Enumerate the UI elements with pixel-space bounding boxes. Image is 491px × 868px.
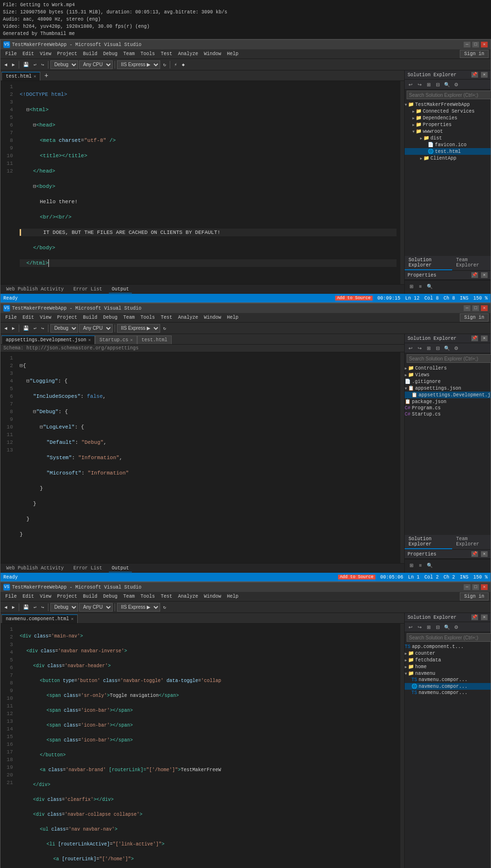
tab-startup-2[interactable]: Startup.cs ✕ [95, 336, 137, 344]
panel-tab-solution-2[interactable]: Solution Explorer [405, 535, 452, 549]
code-content-1[interactable]: <!DOCTYPE html> ⊟<html> ⊟<head> <meta ch… [16, 81, 400, 284]
solution-search-3[interactable] [407, 633, 491, 642]
tab-testhtml-2[interactable]: test.html [137, 336, 172, 344]
tree-item[interactable]: ▼📁 TestMakerFreeWebApp [405, 101, 491, 108]
toolbar-back-3[interactable]: ◀ [2, 603, 9, 611]
props-close-2[interactable]: ✕ [481, 551, 488, 557]
menu-file-1[interactable]: File [2, 50, 20, 58]
menu-team-1[interactable]: Team [120, 50, 138, 58]
toolbar-save-1[interactable]: 💾 [21, 61, 31, 69]
tree-item[interactable]: 📋 package.json [405, 398, 491, 405]
bottom-tab-output-1[interactable]: Output [109, 286, 132, 293]
sol-btn-1[interactable]: ↩ [407, 81, 414, 88]
props-btn-2-3[interactable]: 🔍 [426, 561, 433, 569]
sol-btn-3[interactable]: ⊞ [425, 81, 433, 88]
tree-item[interactable]: ▶📁 home [405, 663, 491, 670]
props-pin-2[interactable]: 📌 [471, 551, 478, 557]
menu-edit-1[interactable]: Edit [20, 50, 37, 58]
tree-item[interactable]: C# Program.cs [405, 405, 491, 411]
code-content-3[interactable]: <div class='main-nav'> <div class='navba… [16, 624, 400, 868]
menu-build-2[interactable]: Build [80, 314, 100, 321]
props-btn-2-1[interactable]: ⊞ [408, 561, 415, 569]
menu-edit-2[interactable]: Edit [20, 314, 37, 321]
sol-btn-3-2[interactable]: ↪ [416, 623, 423, 631]
tree-item-navmenu-html[interactable]: 🌐 navmenu.compor... [405, 683, 491, 690]
menu-tools-1[interactable]: Tools [138, 50, 158, 58]
tree-item[interactable]: ▼📁 wwwroot [405, 128, 491, 135]
code-content-2[interactable]: ⊟{ ⊟"Logging": { "IncludeScopes": false,… [16, 352, 400, 563]
minimize-btn-1[interactable]: ─ [464, 42, 470, 47]
cpu-dropdown-1[interactable]: Any CPU [79, 60, 113, 69]
tree-item[interactable]: ▶📁 Views [405, 371, 491, 378]
toolbar-refresh-3[interactable]: ↻ [161, 603, 168, 611]
panel-tab-team-1[interactable]: Team Explorer [452, 256, 491, 270]
tree-item[interactable]: ▶📁 Connected Services [405, 108, 491, 115]
solution-search-1[interactable] [407, 91, 491, 99]
menu-project-3[interactable]: Project [54, 593, 80, 600]
minimize-btn-3[interactable]: ─ [464, 584, 470, 590]
tab-appsettings-2[interactable]: appsettings.Development.json ✕ [1, 336, 95, 344]
menu-analyze-2[interactable]: Analyze [175, 314, 201, 321]
sign-in-btn-2[interactable]: Sign in [460, 313, 489, 322]
toolbar-refresh-2[interactable]: ↻ [161, 324, 168, 332]
props-btn-1[interactable]: ⊞ [408, 282, 415, 290]
toolbar-refresh-1[interactable]: ↻ [161, 61, 168, 69]
menu-view-2[interactable]: View [37, 314, 54, 321]
panel-tab-team-2[interactable]: Team Explorer [452, 535, 491, 549]
props-btn-2-2[interactable]: ≡ [417, 561, 424, 569]
sol-close-3[interactable]: ✕ [481, 614, 488, 620]
menu-team-2[interactable]: Team [120, 314, 138, 321]
tree-item[interactable]: ▶📁 fetchdata [405, 657, 491, 663]
toolbar-redo-3[interactable]: ↪ [39, 603, 46, 611]
tree-item[interactable]: ▶📁 Controllers [405, 365, 491, 371]
sol-btn-2[interactable]: ↪ [416, 81, 423, 88]
tree-item[interactable]: C# Startup.cs [405, 411, 491, 417]
menu-project-1[interactable]: Project [54, 50, 80, 58]
debug-dropdown-3[interactable]: Debug [50, 603, 78, 612]
props-btn-3[interactable]: 🔍 [426, 282, 433, 290]
maximize-btn-3[interactable]: □ [472, 584, 479, 590]
cpu-dropdown-2[interactable]: Any CPU [79, 324, 113, 333]
solution-search-2[interactable] [407, 354, 491, 363]
tree-item[interactable]: 📄 favicon.ico [405, 141, 491, 148]
toolbar-extra-2[interactable]: ◆ [180, 61, 187, 69]
sol-btn-2-3[interactable]: ⊞ [425, 344, 433, 352]
code-editor-1[interactable]: 1 2 3 4 5 6 7 8 9 10 11 12 <!DOCTYPE htm… [0, 81, 404, 284]
tab-close-appsettings[interactable]: ✕ [88, 337, 91, 343]
sol-btn-2-1[interactable]: ↩ [407, 344, 414, 352]
tab-close-navmenu[interactable]: ✕ [71, 616, 73, 622]
props-close-1[interactable]: ✕ [481, 272, 488, 278]
maximize-btn-1[interactable]: □ [472, 42, 479, 47]
sol-btn-2-6[interactable]: ⚙ [452, 344, 460, 352]
menu-analyze-1[interactable]: Analyze [175, 50, 201, 58]
sol-pin-1[interactable]: 📌 [471, 72, 478, 78]
bottom-tab-publish-2[interactable]: Web Publish Activity [3, 565, 67, 572]
sol-btn-3-6[interactable]: ⚙ [452, 623, 460, 631]
menu-help-2[interactable]: Help [224, 314, 241, 321]
sol-btn-5[interactable]: 🔍 [443, 81, 451, 88]
sol-pin-2[interactable]: 📌 [471, 336, 478, 341]
props-pin-1[interactable]: 📌 [471, 272, 478, 278]
tree-item[interactable]: ▼📁 navmenu [405, 670, 491, 677]
bottom-tab-error-1[interactable]: Error List [70, 286, 105, 293]
toolbar-undo-1[interactable]: ↩ [32, 61, 38, 69]
tree-item[interactable]: ▼📋 appsettings.json [405, 385, 491, 392]
menu-build-1[interactable]: Build [80, 50, 100, 58]
sol-btn-3-5[interactable]: 🔍 [443, 623, 451, 631]
sol-btn-4[interactable]: ⊟ [434, 81, 442, 88]
sol-btn-3-4[interactable]: ⊟ [434, 623, 442, 631]
menu-test-3[interactable]: Test [158, 593, 175, 600]
sign-in-btn-3[interactable]: Sign in [460, 592, 489, 601]
iis-dropdown-2[interactable]: IIS Express ▶ [117, 324, 160, 333]
close-btn-2[interactable]: ✕ [481, 305, 488, 311]
menu-test-2[interactable]: Test [158, 314, 175, 321]
toolbar-forward-2[interactable]: ▶ [10, 324, 17, 332]
tree-item[interactable]: TS navmenu.compor... [405, 677, 491, 683]
menu-window-3[interactable]: Window [201, 593, 224, 600]
menu-edit-3[interactable]: Edit [20, 593, 37, 600]
menu-tools-2[interactable]: Tools [138, 314, 158, 321]
maximize-btn-2[interactable]: □ [472, 305, 479, 311]
sol-pin-3[interactable]: 📌 [471, 614, 478, 620]
toolbar-undo-3[interactable]: ↩ [32, 603, 38, 611]
menu-file-2[interactable]: File [2, 314, 20, 321]
